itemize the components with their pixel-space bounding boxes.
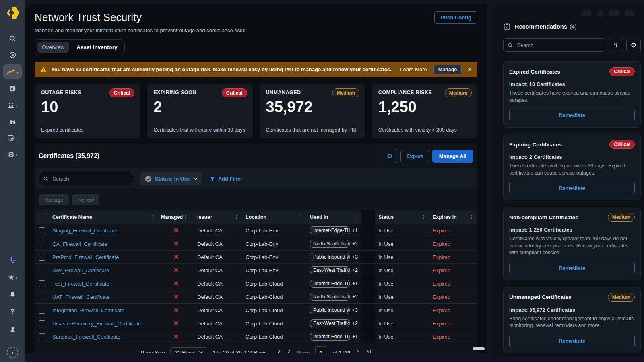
tab-overview[interactable]: Overview (37, 42, 69, 53)
used-in-more-count[interactable]: +2 (352, 321, 358, 326)
row-checkbox[interactable] (39, 333, 45, 340)
certificates-search-input[interactable] (52, 175, 129, 182)
filter-sliders-button[interactable] (609, 38, 623, 52)
table-row[interactable]: PreProd_Firewall_Certificate ✕ Default C… (35, 251, 477, 264)
remediate-button[interactable]: Remediate (509, 335, 635, 347)
table-row[interactable]: UAT_Firewall_Certificate ✕ Default CA Co… (35, 290, 477, 304)
search-nav-icon[interactable] (3, 31, 22, 45)
table-row[interactable]: DisasterRecovery_Firewall_Certificate ✕ … (35, 317, 477, 330)
row-checkbox[interactable] (39, 267, 45, 274)
used-in-chip[interactable]: Internet-Edge-TLS (310, 280, 350, 288)
first-page-icon[interactable] (276, 350, 281, 353)
certificate-name-link[interactable]: DisasterRecovery_Firewall_Certificate (52, 321, 141, 327)
last-page-icon[interactable] (366, 350, 371, 353)
certificate-name-link[interactable]: Staging_Firewall_Certificate (52, 228, 118, 234)
table-row[interactable]: Staging_Firewall_Certificate ✕ Default C… (35, 224, 477, 237)
certificate-name-link[interactable]: Integration_Firewall_Certificate (52, 307, 124, 313)
reports-nav-icon[interactable] (3, 82, 22, 95)
push-config-button[interactable]: Push Config (434, 11, 477, 24)
col-managed[interactable]: Managed (161, 214, 183, 220)
table-row[interactable]: Test_Firewall_Certificate ✕ Default CA C… (35, 277, 477, 290)
column-menu-icon[interactable]: ⋮ (353, 214, 358, 220)
column-menu-icon[interactable]: ⋮ (469, 214, 474, 220)
table-row[interactable]: Integration_Firewall_Certificate ✕ Defau… (35, 304, 477, 317)
certificates-search[interactable] (39, 172, 133, 185)
certificate-name-link[interactable]: UAT_Firewall_Certificate (52, 294, 110, 300)
policies-nav-icon[interactable]: › (3, 131, 22, 145)
certificate-name-link[interactable]: Test_Firewall_Certificate (52, 281, 109, 287)
table-settings-button[interactable]: ⚙ (383, 149, 397, 163)
remediate-button[interactable]: Remediate (509, 182, 635, 194)
next-page-icon[interactable] (356, 350, 361, 353)
add-filter-button[interactable]: Add Filter (209, 176, 243, 182)
row-checkbox[interactable] (39, 241, 45, 247)
recommendations-settings-button[interactable]: ⚙ (626, 38, 641, 52)
used-in-chip[interactable]: Public Inbound W... (310, 306, 350, 314)
scrollbar-thumb[interactable] (473, 347, 485, 350)
used-in-more-count[interactable]: +1 (352, 228, 358, 233)
row-checkbox[interactable] (39, 254, 45, 261)
recommendations-search-input[interactable] (516, 42, 601, 49)
column-menu-icon[interactable]: ⋮ (183, 214, 188, 220)
used-in-chip[interactable]: Internet-Edge-TLS (310, 333, 350, 341)
table-row[interactable]: Sandbox_Firewall_Certificate ✕ Default C… (35, 330, 477, 343)
prev-page-icon[interactable] (287, 350, 291, 353)
remediate-button[interactable]: Remediate (509, 262, 635, 274)
row-checkbox[interactable] (39, 227, 45, 234)
column-menu-icon[interactable]: ⋮ (298, 214, 303, 220)
used-in-chip[interactable]: Internet-Edge-TLS (310, 226, 350, 234)
settings-nav-icon[interactable]: ⚙ › (3, 148, 22, 161)
used-in-more-count[interactable]: +2 (352, 241, 358, 247)
used-in-more-count[interactable]: +3 (352, 254, 358, 260)
discover-nav-icon[interactable] (3, 115, 22, 128)
used-in-chip[interactable]: North-South Traf... (310, 240, 350, 248)
used-in-chip[interactable]: Public Inbound W... (310, 253, 350, 261)
col-expires-in[interactable]: Expires In (433, 214, 457, 220)
row-checkbox[interactable] (39, 307, 45, 314)
tab-asset-inventory[interactable]: Asset Inventory (72, 42, 122, 53)
expand-sidebar-button[interactable]: › (7, 347, 18, 358)
certificate-name-link[interactable]: Dev_Firewall_Certificate (52, 267, 109, 274)
certificate-name-link[interactable]: PreProd_Firewall_Certificate (52, 254, 119, 260)
column-menu-icon[interactable]: ⋮ (234, 214, 239, 220)
certificate-name-link[interactable]: QA_Firewall_Certificate (52, 241, 107, 247)
select-all-checkbox[interactable] (39, 214, 45, 220)
page-size-select[interactable]: 20 Rows (170, 347, 207, 354)
status-filter-chip[interactable]: Status: In Use (140, 172, 202, 185)
used-in-more-count[interactable]: +2 (352, 294, 358, 300)
page-number-input[interactable] (315, 346, 327, 353)
target-nav-icon[interactable] (3, 48, 22, 62)
manage-selected-button[interactable]: Manage (39, 194, 69, 205)
brand-logo-icon[interactable] (4, 5, 21, 21)
remediate-button[interactable]: Remediate (509, 109, 635, 121)
row-checkbox[interactable] (39, 280, 45, 287)
export-button[interactable]: Export (400, 150, 429, 162)
renew-selected-button[interactable]: Renew (72, 194, 99, 205)
user-profile-icon[interactable] (3, 322, 22, 336)
used-in-more-count[interactable]: +3 (352, 307, 358, 313)
used-in-chip[interactable]: North-South Traf... (310, 293, 350, 301)
col-used-in[interactable]: Used In (310, 214, 350, 220)
banner-manage-button[interactable]: Manage (433, 65, 462, 74)
notifications-bell-icon[interactable] (3, 288, 22, 301)
col-location[interactable]: Location (246, 214, 266, 220)
manage-all-button[interactable]: Manage All (432, 150, 473, 163)
row-checkbox[interactable] (39, 294, 45, 300)
copilot-sparkles-icon[interactable] (3, 253, 22, 267)
col-status[interactable]: Status (378, 214, 394, 220)
used-in-more-count[interactable]: +2 (352, 267, 358, 273)
alerts-nav-icon[interactable]: › (3, 98, 22, 112)
help-icon[interactable]: ? (3, 305, 22, 319)
certificate-name-link[interactable]: Sandbox_Firewall_Certificate (52, 334, 120, 340)
used-in-more-count[interactable]: +1 (352, 334, 358, 339)
banner-close-icon[interactable]: ✕ (467, 66, 472, 73)
table-row[interactable]: QA_Firewall_Certificate ✕ Default CA Cor… (35, 237, 477, 251)
used-in-chip[interactable]: East-West Traffic... (310, 319, 350, 327)
network-security-nav-icon-active[interactable]: › (3, 64, 22, 79)
column-menu-icon[interactable]: ⋮ (421, 214, 426, 220)
used-in-more-count[interactable]: +1 (352, 281, 358, 286)
col-issuer[interactable]: Issuer (197, 214, 212, 220)
row-checkbox[interactable] (39, 320, 45, 327)
col-certificate-name[interactable]: Certificate Name (52, 214, 92, 220)
used-in-chip[interactable]: East-West Traffic... (310, 266, 350, 274)
